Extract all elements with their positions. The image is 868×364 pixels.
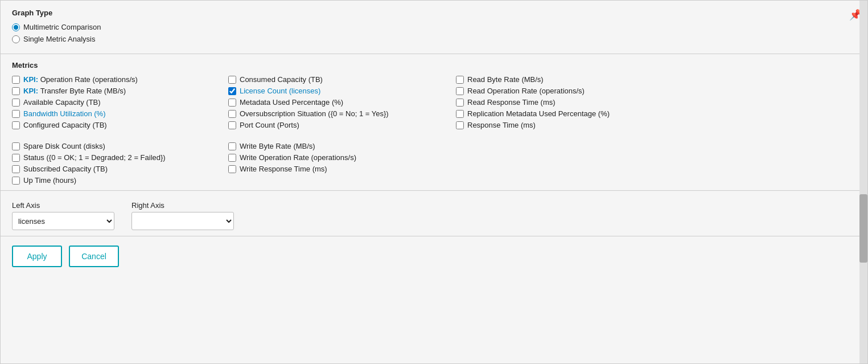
metric-spare-disk: Spare Disk Count (disks) bbox=[12, 142, 228, 150]
response-time-label: Response Time (ms) bbox=[467, 121, 536, 129]
right-axis-select[interactable] bbox=[131, 212, 234, 230]
metric-status: Status ({0 = OK; 1 = Degraded; 2 = Faile… bbox=[12, 153, 228, 162]
read-byte-rate-checkbox[interactable] bbox=[456, 76, 464, 84]
oversubscription-label: Oversubscription Situation ({0 = No; 1 =… bbox=[240, 109, 389, 118]
kpi-label2: KPI: bbox=[23, 87, 40, 95]
metrics-title: Metrics bbox=[12, 61, 856, 69]
metrics-bottom-grid: Spare Disk Count (disks) Status ({0 = OK… bbox=[12, 142, 856, 185]
metric-up-time: Up Time (hours) bbox=[12, 176, 228, 185]
metrics-col1b: Spare Disk Count (disks) Status ({0 = OK… bbox=[12, 142, 228, 185]
single-label: Single Metric Analysis bbox=[23, 35, 95, 43]
available-capacity-label: Available Capacity (TB) bbox=[23, 98, 101, 107]
metric-kpi-transfer-byte: KPI: Transfer Byte Rate (MB/s) bbox=[12, 87, 228, 95]
metric-write-response-time: Write Response Time (ms) bbox=[228, 165, 456, 173]
scrollbar-track[interactable] bbox=[859, 1, 867, 363]
configured-capacity-label: Configured Capacity (TB) bbox=[23, 121, 107, 129]
graph-type-section: Graph Type Multimetric Comparison Single… bbox=[1, 1, 867, 54]
up-time-label: Up Time (hours) bbox=[23, 176, 76, 185]
metric-bandwidth-util: Bandwidth Utilization (%) bbox=[12, 109, 228, 118]
spare-disk-count-checkbox[interactable] bbox=[12, 142, 20, 150]
metrics-col1: KPI: Operation Rate (operations/s) KPI: … bbox=[12, 75, 228, 129]
metrics-col2: Consumed Capacity (TB) License Count (li… bbox=[228, 75, 456, 129]
graph-type-title: Graph Type bbox=[12, 9, 856, 17]
left-axis-group: Left Axis licenses bbox=[12, 201, 114, 230]
metric-license-count: License Count (licenses) bbox=[228, 87, 456, 95]
license-count-label: License Count (licenses) bbox=[240, 87, 320, 95]
metric-subscribed-capacity: Subscribed Capacity (TB) bbox=[12, 165, 228, 173]
write-byte-rate-label: Write Byte Rate (MB/s) bbox=[240, 142, 315, 150]
port-count-label: Port Count (Ports) bbox=[240, 121, 299, 129]
up-time-checkbox[interactable] bbox=[12, 177, 20, 185]
available-capacity-checkbox[interactable] bbox=[12, 99, 20, 107]
read-operation-rate-checkbox[interactable] bbox=[456, 87, 464, 95]
bandwidth-util-checkbox[interactable] bbox=[12, 110, 20, 118]
kpi-label1: KPI: bbox=[23, 75, 40, 84]
metric-oversubscription: Oversubscription Situation ({0 = No; 1 =… bbox=[228, 109, 456, 118]
axis-row: Left Axis licenses Right Axis bbox=[12, 201, 856, 230]
replication-metadata-label: Replication Metadata Used Percentage (%) bbox=[467, 109, 610, 118]
read-operation-rate-label: Read Operation Rate (operations/s) bbox=[467, 87, 585, 95]
apply-button[interactable]: Apply bbox=[12, 246, 62, 267]
write-operation-rate-checkbox[interactable] bbox=[228, 154, 236, 162]
right-axis-label: Right Axis bbox=[131, 201, 234, 210]
metric-kpi-operation-rate: KPI: Operation Rate (operations/s) bbox=[12, 75, 228, 84]
metric-port-count: Port Count (Ports) bbox=[228, 121, 456, 129]
kpi-transfer-byte-checkbox[interactable] bbox=[12, 87, 20, 95]
bandwidth-util-label: Bandwidth Utilization (%) bbox=[23, 109, 106, 118]
metrics-col3: Read Byte Rate (MB/s) Read Operation Rat… bbox=[456, 75, 856, 129]
metrics-spacer bbox=[12, 129, 856, 138]
replication-metadata-checkbox[interactable] bbox=[456, 110, 464, 118]
metric-read-response-time: Read Response Time (ms) bbox=[456, 98, 856, 107]
metric-available-capacity: Available Capacity (TB) bbox=[12, 98, 228, 107]
metric-write-operation-rate: Write Operation Rate (operations/s) bbox=[228, 153, 456, 162]
metric-consumed-capacity: Consumed Capacity (TB) bbox=[228, 75, 456, 84]
metadata-used-label: Metadata Used Percentage (%) bbox=[240, 98, 343, 107]
metric-configured-capacity: Configured Capacity (TB) bbox=[12, 121, 228, 129]
write-byte-rate-checkbox[interactable] bbox=[228, 142, 236, 150]
metric-read-operation-rate: Read Operation Rate (operations/s) bbox=[456, 87, 856, 95]
metric-metadata-used: Metadata Used Percentage (%) bbox=[228, 98, 456, 107]
multimetric-radio[interactable] bbox=[12, 23, 20, 31]
multimetric-label: Multimetric Comparison bbox=[23, 23, 101, 31]
read-response-time-label: Read Response Time (ms) bbox=[467, 98, 556, 107]
metrics-col3b bbox=[456, 142, 856, 185]
subscribed-capacity-label: Subscribed Capacity (TB) bbox=[23, 165, 108, 173]
license-count-checkbox[interactable] bbox=[228, 87, 236, 95]
consumed-capacity-checkbox[interactable] bbox=[228, 76, 236, 84]
subscribed-capacity-checkbox[interactable] bbox=[12, 165, 20, 173]
kpi-operation-rate-label: Operation Rate (operations/s) bbox=[40, 75, 138, 84]
kpi-operation-rate-checkbox[interactable] bbox=[12, 76, 20, 84]
metric-read-byte-rate: Read Byte Rate (MB/s) bbox=[456, 75, 856, 84]
status-checkbox[interactable] bbox=[12, 154, 20, 162]
metrics-section: Metrics KPI: Operation Rate (operations/… bbox=[1, 54, 867, 191]
single-radio[interactable] bbox=[12, 35, 20, 43]
port-count-checkbox[interactable] bbox=[228, 121, 236, 129]
spare-disk-count-label: Spare Disk Count (disks) bbox=[23, 142, 105, 150]
panel: Graph Type Multimetric Comparison Single… bbox=[0, 0, 868, 364]
kpi-transfer-byte-label: Transfer Byte Rate (MB/s) bbox=[40, 87, 126, 95]
metric-replication-metadata: Replication Metadata Used Percentage (%) bbox=[456, 109, 856, 118]
cancel-button[interactable]: Cancel bbox=[69, 246, 119, 267]
consumed-capacity-label: Consumed Capacity (TB) bbox=[240, 75, 323, 84]
radio-row-single: Single Metric Analysis bbox=[12, 35, 856, 43]
status-label: Status ({0 = OK; 1 = Degraded; 2 = Faile… bbox=[23, 153, 166, 162]
axis-section: Left Axis licenses Right Axis bbox=[1, 191, 867, 236]
write-response-time-label: Write Response Time (ms) bbox=[240, 165, 327, 173]
write-response-time-checkbox[interactable] bbox=[228, 165, 236, 173]
scrollbar-thumb[interactable] bbox=[859, 194, 867, 263]
configured-capacity-checkbox[interactable] bbox=[12, 121, 20, 129]
response-time-checkbox[interactable] bbox=[456, 121, 464, 129]
buttons-section: Apply Cancel bbox=[1, 236, 867, 276]
read-response-time-checkbox[interactable] bbox=[456, 99, 464, 107]
radio-row-multimetric: Multimetric Comparison bbox=[12, 23, 856, 31]
metrics-col2b: Write Byte Rate (MB/s) Write Operation R… bbox=[228, 142, 456, 185]
metrics-top-grid: KPI: Operation Rate (operations/s) KPI: … bbox=[12, 75, 856, 129]
oversubscription-checkbox[interactable] bbox=[228, 110, 236, 118]
left-axis-label: Left Axis bbox=[12, 201, 114, 210]
metric-response-time: Response Time (ms) bbox=[456, 121, 856, 129]
write-operation-rate-label: Write Operation Rate (operations/s) bbox=[240, 153, 356, 162]
metadata-used-checkbox[interactable] bbox=[228, 99, 236, 107]
left-axis-select[interactable]: licenses bbox=[12, 212, 114, 230]
right-axis-group: Right Axis bbox=[131, 201, 234, 230]
read-byte-rate-label: Read Byte Rate (MB/s) bbox=[467, 75, 544, 84]
